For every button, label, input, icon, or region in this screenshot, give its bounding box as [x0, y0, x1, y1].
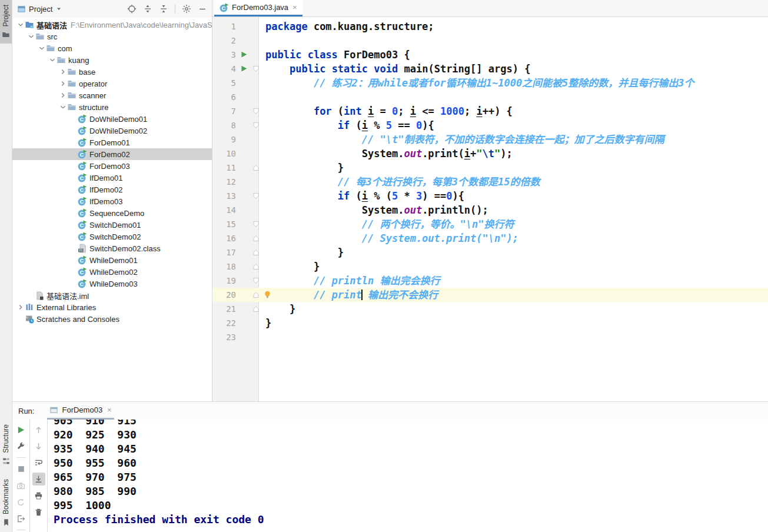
bulb-icon[interactable] — [263, 290, 272, 299]
chevron-right-icon[interactable] — [58, 79, 67, 88]
tree-item[interactable]: CForDemo01 — [12, 137, 212, 148]
tree-item[interactable]: com — [12, 42, 212, 54]
stop-button[interactable] — [15, 463, 28, 476]
chevron-down-icon[interactable] — [48, 56, 56, 64]
tree-item[interactable]: scanner — [12, 89, 212, 101]
fold-down-icon[interactable] — [252, 122, 260, 129]
tree-item[interactable]: base — [12, 66, 212, 78]
code-line[interactable]: 8 if (i % 5 == 0){ — [212, 118, 768, 132]
fold-down-icon[interactable] — [252, 277, 260, 284]
tree-item[interactable]: CSwitchDemo02 — [12, 231, 212, 242]
tree-item[interactable]: 基础语法F:\Environment\Java\code\learning\Ja… — [12, 19, 212, 31]
fold-up-icon[interactable] — [252, 291, 260, 298]
run-arrow-icon[interactable] — [240, 51, 248, 58]
code-line[interactable]: 2 — [212, 34, 768, 48]
trash-button[interactable] — [32, 506, 45, 518]
tree-item[interactable]: CSequenceDemo — [12, 207, 212, 219]
chevron-down-icon[interactable] — [55, 5, 62, 12]
tool-stripe-structure[interactable]: Structure — [0, 420, 12, 470]
restart-button[interactable] — [15, 496, 28, 508]
tree-item[interactable]: operator — [12, 78, 212, 89]
code-line[interactable]: 10 System.out.print(i+"\t"); — [212, 147, 768, 161]
editor-body[interactable]: 1package com.kuang.structure;23public cl… — [212, 17, 768, 401]
code-line[interactable]: 21 } — [212, 302, 768, 316]
tree-item[interactable]: CIfDemo01 — [12, 172, 212, 184]
tool-stripe-bookmarks[interactable]: Bookmarks — [0, 474, 12, 531]
expand-all-button[interactable] — [143, 4, 152, 14]
fold-down-icon[interactable] — [252, 192, 260, 200]
tree-item[interactable]: kuang — [12, 54, 212, 66]
collapse-all-button[interactable] — [159, 4, 168, 14]
code-line[interactable]: 22} — [212, 316, 768, 330]
tree-item[interactable]: structure — [12, 101, 212, 113]
fold-down-icon[interactable] — [252, 221, 260, 228]
code-line[interactable]: 3public class ForDemo03 { — [212, 48, 768, 62]
locate-button[interactable] — [127, 4, 137, 14]
project-panel-title[interactable]: Project — [29, 5, 52, 14]
code-line[interactable]: 9 // "\t"制表符，不加的话数字会连接在一起；加了之后数字有间隔 — [212, 132, 768, 147]
close-icon[interactable]: × — [292, 3, 297, 12]
tree-item[interactable]: CWhileDemo02 — [12, 266, 212, 278]
run-arrow-icon[interactable] — [240, 65, 248, 72]
code-line[interactable]: 4 public static void main(String[] args)… — [212, 62, 768, 76]
code-line[interactable]: 14 System.out.println(); — [212, 203, 768, 217]
tree-item[interactable]: 基础语法.iml — [12, 290, 212, 301]
tree-item[interactable]: CDoWhileDemo01 — [12, 113, 212, 125]
tree-item[interactable]: CIfDemo02 — [12, 184, 212, 195]
minimize-button[interactable] — [198, 4, 207, 14]
code-line[interactable]: 5 // 练习2：用while或者for循环输出1~1000之间能被5整除的数，… — [212, 76, 768, 90]
fold-up-icon[interactable] — [252, 164, 260, 171]
fold-up-icon[interactable] — [252, 235, 260, 242]
tree-item[interactable]: CIfDemo03 — [12, 195, 212, 207]
code-line[interactable]: 13 if (i % (5 * 3) ==0){ — [212, 189, 768, 203]
code-line[interactable]: 6 — [212, 90, 768, 104]
tree-item[interactable]: CSwitchDemo01 — [12, 219, 212, 231]
chevron-right-icon[interactable] — [16, 303, 25, 311]
arrow-down-button[interactable] — [32, 440, 45, 453]
rerun-button[interactable] — [15, 423, 28, 436]
chevron-down-icon[interactable] — [58, 103, 67, 111]
editor-tab-fordemo03[interactable]: C ForDemo03.java × — [214, 0, 302, 16]
code-line[interactable]: 19 // println 输出完会换行 — [212, 274, 768, 288]
tree-item[interactable]: CDoWhileDemo02 — [12, 125, 212, 137]
fold-up-icon[interactable] — [252, 263, 260, 270]
close-icon[interactable]: × — [107, 405, 112, 414]
chevron-right-icon[interactable] — [58, 91, 67, 99]
run-tab-fordemo03[interactable]: ForDemo03 × — [47, 402, 114, 420]
fold-up-icon[interactable] — [252, 305, 260, 312]
arrow-up-button[interactable] — [32, 423, 45, 436]
gear-button[interactable] — [182, 4, 191, 14]
fold-down-icon[interactable] — [252, 65, 260, 72]
printer-button[interactable] — [32, 489, 45, 502]
code-line[interactable]: 1package com.kuang.structure; — [212, 19, 768, 34]
code-line[interactable]: 23 — [212, 330, 768, 344]
fold-down-icon[interactable] — [252, 108, 260, 115]
chevron-down-icon[interactable] — [26, 32, 35, 41]
code-line[interactable]: 12 // 每3个进行换行，每第3个数都是15的倍数 — [212, 175, 768, 189]
tree-item[interactable]: src — [12, 31, 212, 42]
camera-button[interactable] — [15, 479, 28, 492]
tree-item[interactable]: 01SwitchDemo02.class — [12, 242, 212, 254]
tree-item[interactable]: CWhileDemo01 — [12, 254, 212, 266]
chevron-right-icon[interactable] — [58, 68, 67, 76]
tool-stripe-project[interactable]: Project — [0, 0, 12, 44]
tree-item[interactable]: External Libraries — [12, 301, 212, 313]
wrench-button[interactable] — [15, 440, 28, 453]
code-line[interactable]: 7 for (int i = 0; i <= 1000; i++) { — [212, 104, 768, 118]
code-line[interactable]: 16 // System.out.print("\n"); — [212, 231, 768, 245]
code-line[interactable]: 15 // 两个换行，等价。"\n"换行符 — [212, 217, 768, 231]
tree-item[interactable]: CForDemo02 — [12, 148, 212, 160]
code-line[interactable]: 18 } — [212, 260, 768, 274]
code-line[interactable]: 20 // print 输出完不会换行 — [212, 288, 768, 302]
chevron-down-icon[interactable] — [16, 21, 25, 29]
exit-button[interactable] — [15, 512, 28, 525]
console-output[interactable]: 905 910 915920 925 930935 940 945950 955… — [48, 420, 768, 532]
scroll-end-button[interactable] — [32, 473, 45, 486]
tree-item[interactable]: Scratches and Consoles — [12, 313, 212, 325]
tree-item[interactable]: CForDemo03 — [12, 160, 212, 172]
tree-item[interactable]: CWhileDemo03 — [12, 278, 212, 290]
code-line[interactable]: 17 } — [212, 245, 768, 260]
fold-up-icon[interactable] — [252, 249, 260, 256]
chevron-down-icon[interactable] — [37, 44, 46, 52]
code-line[interactable]: 11 } — [212, 161, 768, 175]
